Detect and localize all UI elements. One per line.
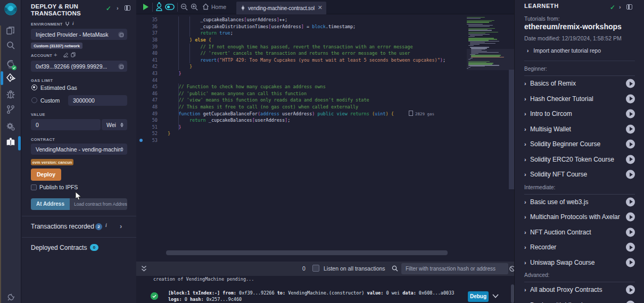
file-tab[interactable]: vending-machine-contract.sol ✕	[236, 2, 326, 14]
bottom-plug-icon[interactable]	[6, 293, 15, 302]
import-tutorial-repo[interactable]: ›Import another tutorial repo	[527, 47, 601, 54]
run-script-icon[interactable]	[143, 3, 149, 11]
section-divider	[22, 216, 136, 216]
toolbar-separator	[177, 3, 178, 12]
debugger-bug-icon[interactable]	[6, 90, 15, 99]
tutorial-item[interactable]: ›Solidity Beginner Course	[515, 137, 644, 152]
code-line: }	[168, 70, 181, 77]
line-number: 35	[136, 16, 158, 23]
tutorial-play-icon[interactable]	[626, 170, 635, 179]
value-unit-select[interactable]: Wei	[102, 119, 127, 130]
remix-ai-assistant-icon[interactable]	[155, 2, 163, 12]
learneth-book-icon[interactable]	[5, 137, 16, 148]
remix-logo[interactable]	[4, 2, 18, 16]
editor-horizontal-scrollbar[interactable]	[166, 250, 448, 255]
home-tab-label[interactable]: Home	[211, 4, 226, 10]
account-sign-icon[interactable]	[63, 52, 69, 57]
minimap-slider[interactable]	[467, 49, 514, 70]
tutorial-play-icon[interactable]	[626, 79, 635, 88]
estimated-gas-radio[interactable]	[31, 85, 37, 90]
tutorial-play-icon[interactable]	[626, 155, 635, 164]
tx-expand-chevron-icon[interactable]	[492, 294, 499, 298]
value-label: VALUE	[31, 112, 45, 117]
deploy-run-icon[interactable]	[6, 73, 15, 83]
panel-collapse-icon[interactable]: ›	[117, 5, 119, 11]
line-number: 46	[136, 90, 158, 97]
git-branch-icon[interactable]	[6, 105, 15, 114]
tutorial-item[interactable]: ›Uniswap Swap Course	[515, 255, 644, 271]
code-line: // 'view' means this function only reads…	[168, 97, 369, 104]
account-select[interactable]: 0xf39...92266 (9999.99929...	[31, 61, 127, 72]
learneth-collapse-icon[interactable]: ›	[619, 4, 621, 10]
tutorial-item[interactable]: ›Hash Checker Tutorial	[515, 91, 644, 107]
environment-info-icon[interactable]: i	[72, 21, 74, 26]
search-icon[interactable]	[6, 40, 15, 50]
tx-log-line1[interactable]: [block:1 txIndex:-] from: 0xf39...92266 …	[168, 290, 454, 296]
tutorial-play-icon[interactable]	[626, 124, 635, 133]
tutorial-item[interactable]: ›Multichain Protocols with Axelar	[515, 209, 644, 225]
tutorial-play-icon[interactable]	[626, 243, 635, 252]
listen-checkbox[interactable]	[312, 265, 319, 272]
fork-state-icon[interactable]	[65, 21, 70, 27]
custom-gas-input[interactable]: 3000000	[68, 95, 127, 106]
value-input[interactable]: 0	[31, 119, 101, 130]
contract-select[interactable]: VendingMachine - vending-machin	[31, 144, 127, 155]
tutorial-item[interactable]: ›Deploy with Libraries	[515, 298, 644, 303]
tutorial-play-icon[interactable]	[626, 110, 635, 119]
tab-close-icon[interactable]: ✕	[318, 4, 323, 11]
transactions-recorded-label: Transactions recorded	[31, 223, 94, 230]
active-plugin-indicator-left	[1, 71, 3, 85]
ai-copilot-toggle[interactable]	[165, 4, 175, 10]
publish-ipfs-checkbox[interactable]	[31, 184, 37, 190]
account-copy-badge-icon[interactable]	[118, 63, 124, 69]
minimap-line	[468, 45, 474, 46]
tutorial-play-icon[interactable]	[626, 140, 635, 149]
code-editor[interactable]: 35363738394041424344454647484950515253 _…	[136, 15, 514, 262]
expand-terminal-icon[interactable]	[141, 265, 147, 272]
tutorial-item[interactable]: ›Multisig Wallet	[515, 122, 644, 137]
tutorial-play-icon[interactable]	[626, 213, 635, 222]
editor-vertical-scrollbar[interactable]	[509, 70, 514, 189]
minimap-line	[470, 44, 480, 45]
toolbar-separator	[152, 3, 153, 12]
learneth-pin-icon[interactable]	[626, 4, 632, 10]
tutorial-play-icon[interactable]	[626, 300, 635, 303]
at-address-button[interactable]: At Address	[31, 198, 70, 210]
code-line: }	[168, 124, 181, 131]
tutorial-item[interactable]: ›All about Proxy Contracts	[515, 282, 644, 298]
tutorial-item[interactable]: ›Recorder	[515, 240, 644, 255]
tutorial-item[interactable]: ›Solidity ERC20 Token Course	[515, 152, 644, 167]
at-address-input[interactable]: Load contract from Address	[70, 198, 127, 210]
zoom-in-icon[interactable]	[191, 3, 198, 11]
terminal-output[interactable]: creation of VendingMachine pending... [b…	[136, 276, 514, 303]
home-icon[interactable]	[202, 3, 209, 10]
account-add-icon[interactable]: +	[54, 52, 57, 58]
custom-gas-radio[interactable]	[31, 97, 37, 103]
zoom-out-icon[interactable]	[180, 3, 188, 11]
environment-copy-icon[interactable]	[118, 31, 124, 37]
tutorial-item[interactable]: ›Basics of Remix	[515, 76, 644, 91]
account-copy-icon[interactable]	[71, 52, 76, 57]
solidity-compiler-icon[interactable]	[6, 60, 15, 69]
tutorial-play-icon[interactable]	[626, 285, 635, 294]
tutorial-item[interactable]: ›Solidity NFT Course	[515, 167, 644, 182]
tx-log-line2[interactable]: logs: 0 hash: 0x257...9c460	[168, 297, 242, 302]
debug-button[interactable]: Debug	[468, 291, 489, 302]
tutorial-chevron-icon: ›	[524, 287, 526, 293]
tutorial-item[interactable]: ›Intro to Circom	[515, 106, 644, 122]
panel-pin-icon[interactable]	[125, 5, 130, 11]
file-explorer-icon[interactable]	[6, 26, 15, 35]
plugin-manager-gears-icon[interactable]	[6, 122, 15, 131]
tutorial-play-icon[interactable]	[626, 258, 635, 267]
environment-select[interactable]: Injected Provider - MetaMask	[31, 29, 127, 40]
tutorial-play-icon[interactable]	[626, 228, 635, 237]
terminal-filter-input[interactable]	[401, 263, 508, 274]
tutorial-item[interactable]: ›NFT Auction Contract	[515, 225, 644, 240]
tutorial-play-icon[interactable]	[626, 197, 635, 206]
deploy-button[interactable]: Deploy	[31, 169, 61, 181]
transactions-expand-icon[interactable]: ›	[120, 222, 122, 230]
tutorial-item[interactable]: ›Basic use of web3.js	[515, 195, 644, 210]
line-number: 51	[136, 124, 158, 131]
transactions-info-icon[interactable]: i	[105, 222, 107, 228]
tutorial-play-icon[interactable]	[626, 94, 635, 103]
